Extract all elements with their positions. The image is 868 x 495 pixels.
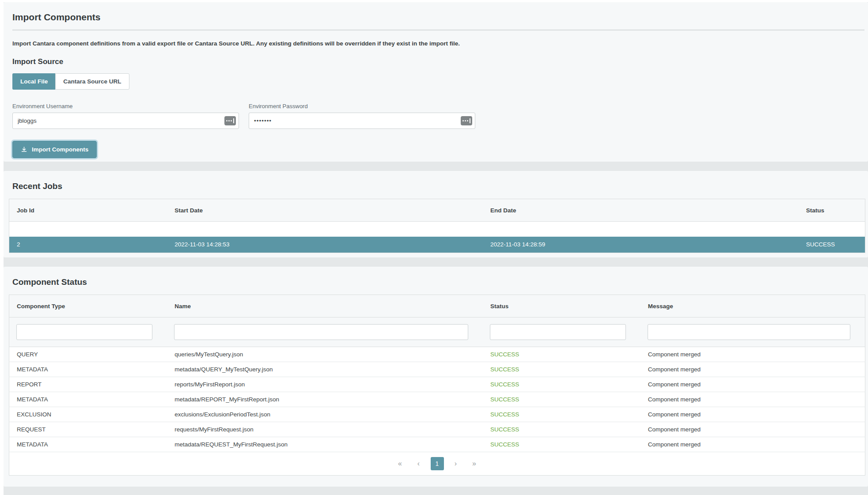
component-type-cell: METADATA (9, 392, 167, 407)
input-helper-icon[interactable] (461, 116, 472, 125)
credential-fields: Environment Username Environment Passwor… (12, 103, 865, 129)
component-status-cell: SUCCESS (483, 407, 641, 422)
component-message-cell: Component merged (641, 437, 865, 452)
component-status-cell: SUCCESS (483, 347, 641, 362)
component-status-cell: SUCCESS (483, 377, 641, 392)
password-label: Environment Password (249, 103, 475, 110)
component-status-cell: SUCCESS (483, 362, 641, 377)
input-helper-icon[interactable] (224, 116, 236, 125)
first-page-button[interactable]: « (394, 457, 407, 470)
component-message-cell: Component merged (641, 377, 865, 392)
import-components-button[interactable]: Import Components (12, 141, 97, 158)
username-input-wrap (12, 113, 239, 129)
component-status-cell: SUCCESS (483, 422, 641, 437)
import-components-panel: Import Components Import Cantara compone… (4, 2, 868, 162)
component-status-cell: SUCCESS (483, 392, 641, 407)
job-id-cell: 2 (9, 237, 167, 253)
column-header-start-date: Start Date (167, 199, 483, 222)
username-input[interactable] (12, 113, 239, 129)
column-header-status: Status (799, 199, 865, 222)
component-row: REQUEST requests/MyFirstRequest.json SUC… (9, 422, 865, 437)
password-input[interactable] (249, 113, 475, 129)
tab-cantara-source-url[interactable]: Cantara Source URL (55, 73, 129, 90)
component-type-cell: METADATA (9, 362, 167, 377)
filter-status-input[interactable] (490, 324, 626, 340)
filter-name-input[interactable] (174, 324, 468, 340)
last-page-button[interactable]: » (468, 457, 481, 470)
empty-row (9, 222, 865, 237)
username-label: Environment Username (12, 103, 239, 110)
component-name-cell: metadata/REPORT_MyFirstReport.json (167, 392, 483, 407)
filter-message-input[interactable] (648, 324, 850, 340)
column-header-message: Message (641, 295, 865, 317)
component-message-cell: Component merged (641, 407, 865, 422)
component-name-cell: metadata/REQUEST_MyFirstRequest.json (167, 437, 483, 452)
component-status-panel: Component Status Component Type Name Sta… (4, 267, 868, 487)
component-row: EXCLUSION exclusions/ExclusionPeriodTest… (9, 407, 865, 422)
component-type-cell: EXCLUSION (9, 407, 167, 422)
component-type-cell: REPORT (9, 377, 167, 392)
component-name-cell: reports/MyFirstReport.json (167, 377, 483, 392)
tab-local-file[interactable]: Local File (12, 73, 55, 90)
job-row-selected[interactable]: 2 2022-11-03 14:28:53 2022-11-03 14:28:5… (9, 237, 865, 253)
component-row: METADATA metadata/QUERY_MyTestQuery.json… (9, 362, 865, 377)
import-components-button-label: Import Components (32, 146, 88, 153)
component-status-title: Component Status (12, 277, 865, 287)
page-content: Import Components Import Cantara compone… (4, 2, 868, 495)
password-field-group: Environment Password (249, 103, 475, 129)
recent-jobs-panel: Recent Jobs Job Id Start Date End Date S… (4, 171, 868, 257)
page-1-button[interactable]: 1 (431, 457, 444, 470)
component-status-cell: SUCCESS (483, 437, 641, 452)
component-type-cell: REQUEST (9, 422, 167, 437)
component-message-cell: Component merged (641, 422, 865, 437)
column-header-end-date: End Date (483, 199, 799, 222)
paginator: « ‹ 1 › » (10, 457, 864, 470)
username-field-group: Environment Username (12, 103, 239, 129)
column-header-job-id: Job Id (9, 199, 167, 222)
component-message-cell: Component merged (641, 347, 865, 362)
recent-jobs-header-row: Job Id Start Date End Date Status (9, 199, 865, 222)
previous-page-button[interactable]: ‹ (412, 457, 425, 470)
component-name-cell: queries/MyTestQuery.json (167, 347, 483, 362)
page-title: Import Components (12, 12, 865, 23)
component-name-cell: metadata/QUERY_MyTestQuery.json (167, 362, 483, 377)
column-header-component-type: Component Type (9, 295, 167, 317)
download-icon (21, 146, 27, 153)
import-source-heading: Import Source (12, 57, 865, 66)
job-start-date-cell: 2022-11-03 14:28:53 (167, 237, 483, 253)
component-type-cell: METADATA (9, 437, 167, 452)
title-divider (12, 30, 864, 30)
job-end-date-cell: 2022-11-03 14:28:59 (483, 237, 799, 253)
column-header-name: Name (167, 295, 483, 317)
component-name-cell: requests/MyFirstRequest.json (167, 422, 483, 437)
page-description: Import Cantara component definitions fro… (12, 40, 865, 47)
job-status-cell: SUCCESS (799, 237, 865, 253)
next-page-button[interactable]: › (449, 457, 462, 470)
component-row: METADATA metadata/REQUEST_MyFirstRequest… (9, 437, 865, 452)
component-message-cell: Component merged (641, 392, 865, 407)
component-name-cell: exclusions/ExclusionPeriodTest.json (167, 407, 483, 422)
component-message-cell: Component merged (641, 362, 865, 377)
component-row: REPORT reports/MyFirstReport.json SUCCES… (9, 377, 865, 392)
filter-row (9, 317, 865, 347)
component-row: QUERY queries/MyTestQuery.json SUCCESS C… (9, 347, 865, 362)
component-type-cell: QUERY (9, 347, 167, 362)
component-status-header-row: Component Type Name Status Message (9, 295, 865, 317)
recent-jobs-title: Recent Jobs (12, 181, 865, 191)
column-header-status: Status (483, 295, 641, 317)
import-source-toggle: Local File Cantara Source URL (12, 73, 129, 90)
paginator-row: « ‹ 1 › » (9, 452, 865, 476)
recent-jobs-table: Job Id Start Date End Date Status 2 2022… (9, 199, 865, 253)
password-input-wrap (249, 113, 475, 129)
component-status-table: Component Type Name Status Message QUERY… (9, 295, 865, 476)
component-row: METADATA metadata/REPORT_MyFirstReport.j… (9, 392, 865, 407)
filter-component-type-input[interactable] (16, 324, 152, 340)
